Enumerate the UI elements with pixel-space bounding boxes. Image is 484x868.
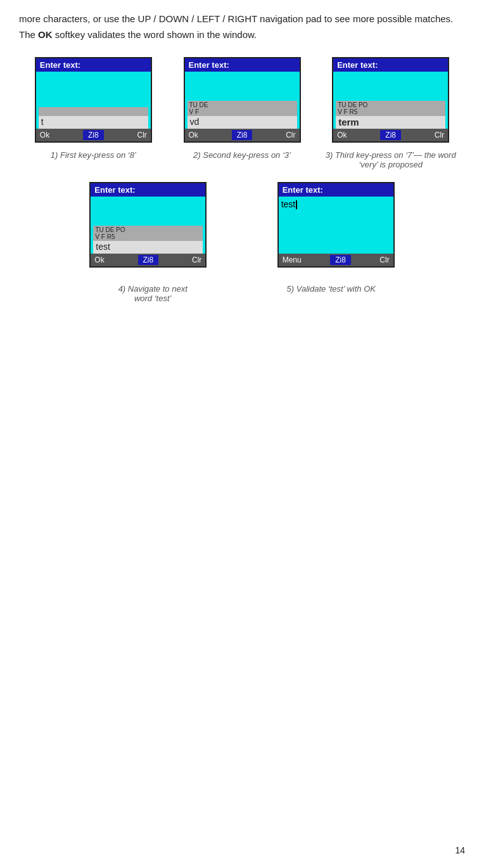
screen4-title: Enter text: xyxy=(91,183,205,197)
screen3-input: term xyxy=(336,116,445,129)
caption-1: 1) First key-press on ‘8’ xyxy=(51,150,136,160)
caption-col-4: 4) Navigate to next word ‘test’ xyxy=(108,279,198,303)
screen5-sk-mid: Zi8 xyxy=(330,255,351,265)
screen-col-3: Enter text: TU DE POV F R5 term Ok Zi8 C… xyxy=(316,57,465,143)
screen-col-1: Enter text: t Ok Zi8 Clr xyxy=(19,57,168,143)
captions-row-2: 4) Navigate to next word ‘test’ 5) Valid… xyxy=(19,279,465,303)
screen4-sk-left: Ok xyxy=(94,256,104,264)
ok-label-bold: OK xyxy=(38,29,53,40)
phone-screen-3: Enter text: TU DE POV F R5 term Ok Zi8 C… xyxy=(332,57,449,143)
screen4-sk-mid: Zi8 xyxy=(138,255,159,265)
screen4-input: test xyxy=(93,241,203,254)
screen3-softkeys: Ok Zi8 Clr xyxy=(333,129,448,141)
screen-col-5: Enter text: test Menu Zi8 Clr xyxy=(277,182,395,268)
screen2-suggest: TU DEV F xyxy=(188,101,297,116)
phone-screen-2: Enter text: TU DEV F vd Ok Zi8 Clr xyxy=(184,57,301,143)
page-number: 14 xyxy=(455,845,465,855)
screen2-sk-mid: Zi8 xyxy=(232,130,253,140)
screen2-input: vd xyxy=(188,116,297,129)
caption-2: 2) Second key-press on ‘3’ xyxy=(193,150,291,160)
intro-text-part2: softkey validates the word shown in the … xyxy=(53,29,257,40)
screen2-softkeys: Ok Zi8 Clr xyxy=(185,129,300,141)
screen2-sk-left: Ok xyxy=(189,131,198,139)
phone-screen-1: Enter text: t Ok Zi8 Clr xyxy=(35,57,152,143)
screen5-title: Enter text: xyxy=(279,183,393,197)
screen4-sk-right: Clr xyxy=(192,256,201,264)
screen-col-2: Enter text: TU DEV F vd Ok Zi8 Clr xyxy=(168,57,317,143)
screen5-sk-left: Menu xyxy=(283,256,302,264)
screen3-content: TU DE POV F R5 term xyxy=(333,72,448,129)
screen1-sk-left: Ok xyxy=(40,131,49,139)
screen1-sk-right: Clr xyxy=(137,131,147,139)
phone-screen-4: Enter text: TU DE POV F R5 test Ok Zi8 C… xyxy=(89,182,207,268)
screen5-typed: test xyxy=(281,199,391,209)
screen1-title: Enter text: xyxy=(36,58,151,72)
text-cursor xyxy=(296,200,297,209)
screen-col-4: Enter text: TU DE POV F R5 test Ok Zi8 C… xyxy=(89,182,207,268)
screen1-input: t xyxy=(39,116,148,129)
screen4-softkeys: Ok Zi8 Clr xyxy=(91,254,205,266)
intro-paragraph: more characters, or use the UP / DOWN / … xyxy=(19,11,465,43)
screen2-sk-right: Clr xyxy=(286,131,295,139)
screen1-suggest xyxy=(39,107,148,116)
caption-col-3: 3) Third key-press on ‘7’— the word ‘ver… xyxy=(316,145,465,169)
caption-col-1: 1) First key-press on ‘8’ xyxy=(19,145,168,160)
caption-4: 4) Navigate to next word ‘test’ xyxy=(108,284,198,303)
caption-5: 5) Validate ‘test’ with OK xyxy=(287,284,376,294)
screen2-content: TU DEV F vd xyxy=(185,72,300,129)
screen3-suggest: TU DE POV F R5 xyxy=(336,101,445,116)
screen1-sk-mid: Zi8 xyxy=(83,130,104,140)
screen1-softkeys: Ok Zi8 Clr xyxy=(36,129,151,141)
screen5-softkeys: Menu Zi8 Clr xyxy=(279,254,393,266)
caption-3: 3) Third key-press on ‘7’— the word ‘ver… xyxy=(316,150,465,169)
screen5-sk-right: Clr xyxy=(379,256,389,264)
screen2-title: Enter text: xyxy=(185,58,300,72)
screen3-sk-right: Clr xyxy=(435,131,444,139)
screen3-sk-mid: Zi8 xyxy=(380,130,401,140)
screens-row-2: Enter text: TU DE POV F R5 test Ok Zi8 C… xyxy=(19,182,465,268)
screen5-content: test xyxy=(279,197,393,254)
screen1-content: t xyxy=(36,72,151,129)
caption-col-2: 2) Second key-press on ‘3’ xyxy=(168,145,317,160)
caption-col-5: 5) Validate ‘test’ with OK xyxy=(286,279,376,294)
screen4-suggest: TU DE POV F R5 xyxy=(93,226,203,241)
phone-screen-5: Enter text: test Menu Zi8 Clr xyxy=(277,182,395,268)
screens-row-1: Enter text: t Ok Zi8 Clr Enter text: TU … xyxy=(19,57,465,143)
captions-row-1: 1) First key-press on ‘8’ 2) Second key-… xyxy=(19,145,465,169)
screen4-content: TU DE POV F R5 test xyxy=(91,197,205,254)
screen3-sk-left: Ok xyxy=(337,131,347,139)
screen3-title: Enter text: xyxy=(333,58,448,72)
